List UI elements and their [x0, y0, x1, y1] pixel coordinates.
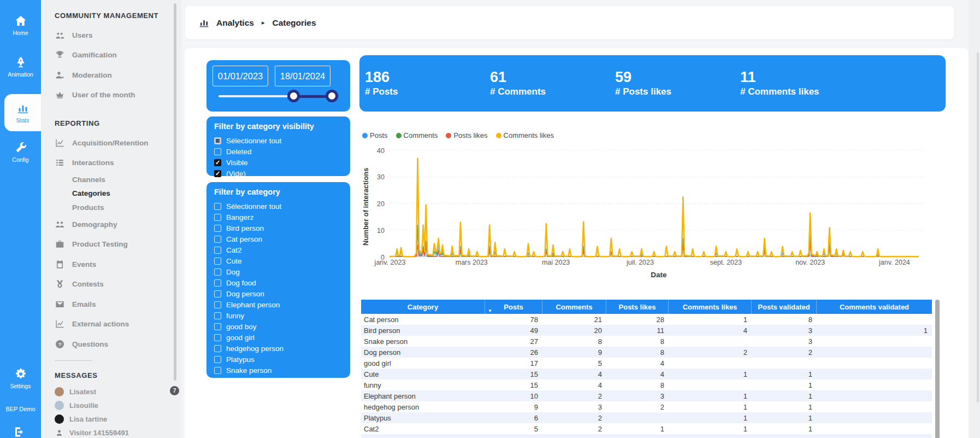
checkbox-option-visible[interactable]: Visible [214, 157, 343, 168]
message-name: Lisa tartine [69, 415, 107, 423]
checkbox-unchecked[interactable] [214, 345, 221, 352]
slider-handle-end[interactable] [326, 90, 338, 102]
checkbox-unchecked[interactable] [214, 334, 221, 341]
sidebar-item-users[interactable]: Users [55, 25, 169, 45]
start-date-input[interactable]: 01/01/2023 [212, 66, 268, 86]
rail-item-settings[interactable]: Settings [0, 367, 41, 389]
column-header-posts-likes[interactable]: Posts likes [606, 300, 669, 314]
rail-item-stats[interactable]: Stats [4, 94, 41, 131]
checkbox-option-cat-person[interactable]: Cat person [214, 233, 343, 244]
column-header-posts[interactable]: Posts▼ [485, 300, 542, 314]
sidebar-item-external-actions[interactable]: External actions [55, 314, 169, 334]
checkbox-unchecked[interactable] [214, 268, 221, 276]
checkbox-option-hedgehog-person[interactable]: hedgehog person [214, 343, 343, 354]
checkbox-option-vide[interactable]: (Vide) [214, 168, 343, 179]
rail-item-home[interactable]: Home [0, 14, 41, 36]
checkbox-unchecked[interactable] [214, 203, 221, 210]
checkbox-unchecked[interactable] [214, 312, 221, 319]
message-item-lisa-tartine[interactable]: Lisa tartine [55, 412, 169, 426]
column-header-posts-validated[interactable]: Posts validated [752, 300, 817, 314]
rail-item-logout[interactable] [0, 425, 41, 438]
table-scrollbar[interactable] [935, 300, 940, 438]
table-row-hedgehog-person[interactable]: hedgehog person93211 [361, 401, 932, 412]
sidebar-item-product-testing[interactable]: Product Testing [55, 234, 169, 254]
legend-item-posts-likes[interactable]: Posts likes [446, 131, 487, 139]
sidebar-scrollbar[interactable] [174, 3, 176, 381]
checkbox-option-bird-person[interactable]: Bird person [214, 223, 343, 233]
checkbox-option-cat2[interactable]: Cat2 [214, 244, 343, 255]
checkbox-unchecked[interactable] [214, 214, 221, 221]
legend-item-comments[interactable]: Comments [396, 131, 438, 139]
sidebar-item-moderation[interactable]: Moderation [55, 65, 169, 85]
checkbox-unchecked[interactable] [214, 247, 221, 254]
message-item-lisatest[interactable]: Lisatest7 [55, 385, 169, 399]
table-row-elephant-person[interactable]: Elephant person102311 [361, 390, 932, 401]
table-row-good-girl[interactable]: good girl1754 [361, 358, 932, 369]
sidebar-item-user-of-the-month[interactable]: User of the month [55, 85, 169, 106]
checkbox-unchecked[interactable] [214, 323, 221, 330]
checkbox-option-funny[interactable]: funny [214, 310, 343, 321]
legend-item-comments-likes[interactable]: Comments likes [496, 131, 554, 139]
slider-track[interactable] [219, 95, 294, 97]
checkbox-unchecked[interactable] [214, 225, 221, 232]
checkbox-option-bangerz[interactable]: Bangerz [214, 212, 343, 223]
message-item-lisouille[interactable]: Lisouille [55, 399, 169, 412]
checkbox-option-s-lectionner-tout[interactable]: Sélectionner tout [214, 135, 343, 146]
checkbox-option-dog[interactable]: Dog [214, 266, 343, 277]
checkbox-unchecked[interactable] [214, 356, 221, 363]
checkbox-checked[interactable] [214, 170, 221, 177]
table-row-cute[interactable]: Cute154411 [361, 369, 932, 379]
table-row-platypus[interactable]: Platypus6211 [361, 412, 932, 423]
column-header-comments-likes[interactable]: Comments likes [669, 300, 752, 314]
checkbox-unchecked[interactable] [214, 148, 221, 155]
checkbox-checked[interactable] [214, 159, 221, 166]
rail-item-config[interactable]: Config [0, 141, 41, 163]
checkbox-unchecked[interactable] [214, 290, 221, 297]
sidebar-item-interactions[interactable]: Interactions [55, 153, 169, 173]
checkbox-unchecked[interactable] [214, 236, 221, 243]
sidebar-item-emails[interactable]: Emails [55, 294, 169, 314]
checkbox-unchecked[interactable] [214, 301, 221, 308]
checkbox-option-dog-food[interactable]: Dog food [214, 277, 343, 288]
sidebar-item-acquisition-retention[interactable]: Acquisition/Retention [55, 133, 169, 153]
breadcrumb-section[interactable]: Analytics [216, 18, 254, 28]
sidebar-item-categories[interactable]: Categories [55, 186, 169, 200]
cell-value [817, 423, 932, 434]
rail-item-animation[interactable]: Animation [0, 56, 41, 78]
checkbox-unchecked[interactable] [214, 258, 221, 265]
table-row-bird-person[interactable]: Bird person492011431 [361, 325, 932, 336]
sidebar-item-questions[interactable]: ?Questions [55, 334, 169, 354]
table-row-snake-person[interactable]: Snake person27883 [361, 336, 932, 347]
table-row-cat-person[interactable]: Cat person78212818 [361, 314, 932, 325]
table-row-funny[interactable]: funny15481 [361, 379, 932, 390]
checkbox-option-good-girl[interactable]: good girl [214, 332, 343, 343]
column-header-comments-validated[interactable]: Comments validated [817, 300, 932, 314]
checkbox-indeterminate[interactable] [214, 137, 221, 144]
sidebar-item-products[interactable]: Products [55, 201, 169, 214]
checkbox-unchecked[interactable] [214, 279, 221, 287]
sidebar-item-gamification[interactable]: Gamification [55, 45, 169, 66]
checkbox-unchecked[interactable] [214, 367, 221, 374]
legend-item-posts[interactable]: Posts [362, 131, 388, 139]
sidebar-item-events[interactable]: Events [55, 254, 169, 275]
message-item-visitor-141559491[interactable]: Visitor 141559491 [55, 426, 169, 438]
column-header-category[interactable]: Category [361, 300, 485, 314]
checkbox-option-snake-person[interactable]: Snake person [214, 365, 343, 376]
page-scrollbar[interactable] [977, 52, 979, 402]
checkbox-option-s-lectionner-tout[interactable]: Sélectionner tout [214, 201, 343, 212]
checkbox-option-good-boy[interactable]: good boy [214, 321, 343, 332]
table-row-dog-person[interactable]: Dog person269822 [361, 347, 932, 358]
sidebar-item-channels[interactable]: Channels [55, 173, 169, 186]
checkbox-option-elephant-person[interactable]: Elephant person [214, 299, 343, 310]
checkbox-option-deleted[interactable]: Deleted [214, 146, 343, 157]
checkbox-option-platypus[interactable]: Platypus [214, 354, 343, 365]
checkbox-option-dog-person[interactable]: Dog person [214, 288, 343, 299]
sidebar-item-demography[interactable]: Demography [55, 214, 169, 235]
checkbox-option-cute[interactable]: Cute [214, 255, 343, 266]
table-row-cat2[interactable]: Cat252111 [361, 423, 932, 434]
end-date-input[interactable]: 18/01/2024 [275, 66, 330, 86]
sidebar-item-contests[interactable]: Contests [55, 274, 169, 294]
column-header-comments[interactable]: Comments [542, 300, 606, 314]
slider-handle-start[interactable] [287, 90, 300, 102]
cell-category: Platypus [361, 412, 485, 423]
